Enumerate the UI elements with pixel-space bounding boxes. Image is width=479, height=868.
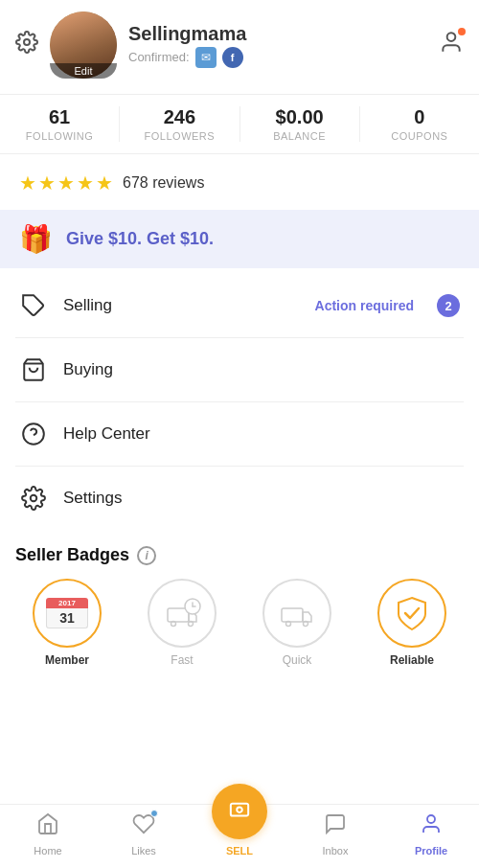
- badge-items-row: 2017 31 Member: [15, 579, 464, 667]
- nav-home[interactable]: Home: [0, 812, 96, 857]
- svg-point-15: [304, 622, 308, 627]
- sell-button[interactable]: [212, 784, 267, 839]
- svg-point-4: [23, 423, 44, 445]
- notification-dot: [458, 28, 466, 35]
- settings-label: Settings: [63, 489, 460, 508]
- svg-point-18: [427, 815, 435, 823]
- reviews-count: 678 reviews: [123, 174, 204, 192]
- stats-row: 61 FOLLOWING 246 FOLLOWERS $0.00 BALANCE…: [0, 94, 479, 154]
- badge-quick: Quick: [245, 579, 349, 667]
- svg-rect-13: [282, 608, 303, 622]
- bottom-nav: Home Likes SELL Inbox: [0, 804, 479, 868]
- menu-section: Selling Action required 2 Buying Help Ce…: [0, 274, 479, 530]
- info-icon[interactable]: i: [137, 546, 156, 565]
- confirmed-label: Confirmed:: [128, 50, 190, 64]
- badge-fast-circle: [148, 579, 217, 648]
- stat-coupons[interactable]: 0 COUPONS: [360, 106, 479, 142]
- help-menu-item[interactable]: Help Center: [15, 402, 464, 467]
- svg-point-14: [286, 622, 291, 627]
- seller-badges-section: Seller Badges i 2017 31 Member: [0, 530, 479, 667]
- buying-menu-item[interactable]: Buying: [15, 338, 464, 402]
- badge-reliable-label: Reliable: [390, 653, 434, 667]
- settings-icon[interactable]: [15, 31, 38, 59]
- balance-label: BALANCE: [240, 130, 359, 142]
- avatar[interactable]: Edit: [50, 11, 117, 79]
- profile-nav-label: Profile: [415, 845, 447, 857]
- badge-member: 2017 31 Member: [15, 579, 119, 667]
- coupons-label: COUPONS: [360, 130, 479, 142]
- settings-menu-item[interactable]: Settings: [15, 467, 464, 530]
- badge-quick-label: Quick: [283, 653, 312, 667]
- promo-text: Give $10. Get $10.: [66, 229, 214, 249]
- svg-point-0: [24, 39, 30, 45]
- badge-member-circle: 2017 31: [33, 579, 102, 648]
- likes-icon: [132, 812, 155, 841]
- likes-label: Likes: [131, 845, 156, 857]
- inbox-icon: [324, 812, 347, 841]
- stat-balance[interactable]: $0.00 BALANCE: [240, 106, 360, 142]
- following-value: 61: [0, 106, 119, 128]
- nav-inbox[interactable]: Inbox: [287, 812, 383, 857]
- nav-sell[interactable]: SELL: [192, 803, 287, 857]
- reviews-row[interactable]: ★★★★★ 678 reviews: [0, 162, 479, 204]
- promo-banner[interactable]: 🎁 Give $10. Get $10.: [0, 210, 479, 268]
- home-label: Home: [34, 845, 61, 857]
- selling-label: Selling: [63, 296, 300, 315]
- svg-rect-16: [231, 804, 248, 816]
- header-info: Sellingmama Confirmed: ✉ f: [128, 23, 439, 68]
- svg-point-6: [31, 495, 37, 502]
- confirmed-row: Confirmed: ✉ f: [128, 47, 439, 68]
- svg-point-9: [189, 622, 194, 627]
- badge-reliable-circle: [377, 579, 446, 648]
- following-label: FOLLOWING: [0, 130, 119, 142]
- badge-member-label: Member: [45, 653, 89, 667]
- profile-nav-icon: [420, 812, 443, 841]
- stat-following[interactable]: 61 FOLLOWING: [0, 106, 120, 142]
- svg-point-8: [171, 622, 176, 627]
- badges-title: Seller Badges: [15, 545, 129, 565]
- action-required-text: Action required: [315, 298, 414, 313]
- notifications-icon[interactable]: [439, 30, 464, 60]
- email-icon: ✉: [195, 47, 217, 68]
- likes-notification-dot: [150, 810, 158, 817]
- stat-followers[interactable]: 246 FOLLOWERS: [120, 106, 240, 142]
- gear-menu-icon: [19, 484, 48, 513]
- facebook-icon: f: [222, 47, 243, 68]
- help-icon: [19, 420, 48, 448]
- edit-label: Edit: [50, 63, 117, 79]
- svg-point-17: [237, 807, 242, 812]
- nav-profile[interactable]: Profile: [383, 812, 479, 857]
- star-rating: ★★★★★: [19, 171, 115, 194]
- balance-value: $0.00: [240, 106, 359, 128]
- tag-icon: [19, 291, 48, 320]
- shopping-bag-icon: [19, 355, 48, 384]
- coupons-value: 0: [360, 106, 479, 128]
- help-label: Help Center: [63, 424, 460, 444]
- selling-menu-item[interactable]: Selling Action required 2: [15, 274, 464, 338]
- badge-reliable: Reliable: [360, 579, 464, 667]
- selling-badge: 2: [437, 294, 460, 317]
- nav-likes[interactable]: Likes: [96, 812, 192, 857]
- followers-value: 246: [120, 106, 239, 128]
- profile-header: Edit Sellingmama Confirmed: ✉ f: [0, 0, 479, 86]
- svg-point-1: [447, 33, 456, 41]
- home-icon: [36, 812, 59, 841]
- badge-fast-label: Fast: [171, 653, 193, 667]
- badge-quick-circle: [262, 579, 331, 648]
- followers-label: FOLLOWERS: [120, 130, 239, 142]
- inbox-label: Inbox: [323, 845, 349, 857]
- username: Sellingmama: [128, 23, 439, 45]
- sell-label: SELL: [226, 845, 253, 857]
- badge-fast: Fast: [130, 579, 234, 667]
- gift-icon: 🎁: [19, 223, 53, 255]
- buying-label: Buying: [63, 360, 460, 379]
